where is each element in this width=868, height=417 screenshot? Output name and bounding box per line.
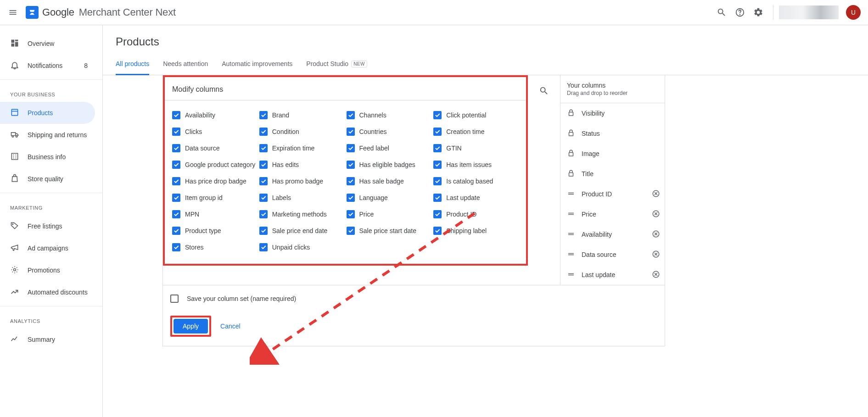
- your-column-row-locked: Status: [560, 123, 665, 144]
- sidebar-item-promotions[interactable]: Promotions: [0, 259, 95, 281]
- sidebar-item-products[interactable]: Products: [0, 102, 95, 124]
- column-checkbox-item[interactable]: Has eligible badges: [347, 156, 432, 173]
- column-checkbox-item[interactable]: Clicks: [172, 123, 258, 140]
- checkbox-label: Expiration time: [272, 145, 315, 152]
- sidebar-item-label: Shipping and returns: [28, 131, 87, 139]
- remove-column-icon[interactable]: [652, 250, 660, 260]
- tab-product-studio[interactable]: Product Studio NEW: [306, 56, 367, 75]
- column-checkbox-item[interactable]: Language: [347, 189, 432, 206]
- column-checkbox-item[interactable]: Last update: [433, 189, 519, 206]
- column-checkbox-item[interactable]: Sale price start date: [347, 222, 432, 239]
- checkbox-checked-icon: [347, 111, 355, 119]
- menu-icon[interactable]: [4, 3, 22, 22]
- column-checkbox-item[interactable]: Expiration time: [259, 140, 345, 156]
- checkbox-checked-icon: [259, 227, 268, 235]
- remove-column-icon[interactable]: [652, 189, 660, 199]
- column-checkbox-item[interactable]: Item group id: [172, 189, 258, 206]
- sidebar-item-ad-campaigns[interactable]: Ad campaigns: [0, 237, 95, 259]
- column-checkbox-item[interactable]: Price: [347, 206, 432, 222]
- tab-needs-attention[interactable]: Needs attention: [163, 56, 208, 75]
- user-avatar[interactable]: U: [846, 5, 861, 20]
- your-column-row[interactable]: Availability: [560, 224, 665, 245]
- checkbox-checked-icon: [172, 111, 180, 119]
- sidebar-item-free-listings[interactable]: Free listings: [0, 215, 95, 237]
- tab-all-products[interactable]: All products: [116, 56, 149, 75]
- column-checkbox-item[interactable]: Data source: [172, 140, 258, 156]
- column-checkbox-item[interactable]: GTIN: [433, 140, 519, 156]
- column-checkbox-item[interactable]: Condition: [259, 123, 345, 140]
- column-label: Price: [582, 211, 645, 218]
- checkbox-checked-icon: [347, 144, 355, 152]
- drag-handle-icon[interactable]: [567, 230, 575, 239]
- svg-rect-8: [569, 112, 573, 116]
- apply-button[interactable]: Apply: [174, 319, 208, 334]
- drag-handle-icon[interactable]: [567, 270, 575, 280]
- drag-handle-icon[interactable]: [567, 250, 575, 260]
- remove-column-icon[interactable]: [652, 210, 660, 219]
- remove-column-icon[interactable]: [652, 270, 660, 280]
- column-checkbox-item[interactable]: Has item issues: [433, 156, 519, 173]
- sidebar-item-automated-discounts[interactable]: Automated discounts: [0, 281, 95, 303]
- column-checkbox-item[interactable]: Countries: [347, 123, 432, 140]
- checkbox-checked-icon: [172, 128, 180, 136]
- sidebar-item-business-info[interactable]: Business info: [0, 146, 95, 168]
- column-checkbox-item[interactable]: Channels: [347, 107, 432, 123]
- checkbox-label: Has eligible badges: [359, 161, 415, 168]
- column-checkbox-item[interactable]: Product type: [172, 222, 258, 239]
- analytics-icon: [10, 334, 19, 345]
- svg-rect-13: [568, 194, 574, 195]
- megaphone-icon: [10, 243, 19, 254]
- column-checkbox-item[interactable]: Google product category: [172, 156, 258, 173]
- settings-icon[interactable]: [749, 3, 767, 22]
- sidebar-item-label: Business info: [28, 153, 66, 161]
- checkbox-checked-icon: [172, 243, 180, 251]
- sidebar-item-overview[interactable]: Overview: [0, 33, 95, 55]
- checkbox-label: Click potential: [446, 111, 486, 119]
- column-checkbox-item[interactable]: Creation time: [433, 123, 519, 140]
- sidebar-item-label: Overview: [28, 40, 54, 47]
- your-column-row[interactable]: Product ID: [560, 184, 665, 204]
- column-checkbox-item[interactable]: Stores: [172, 239, 258, 256]
- column-checkbox-item[interactable]: Feed label: [347, 140, 432, 156]
- column-checkbox-item[interactable]: MPN: [172, 206, 258, 222]
- save-columnset-checkbox[interactable]: [170, 295, 179, 303]
- column-checkbox-item[interactable]: Click potential: [433, 107, 519, 123]
- column-checkbox-item[interactable]: Has sale badge: [347, 173, 432, 189]
- checkbox-checked-icon: [259, 210, 268, 218]
- column-label: Last update: [582, 271, 645, 278]
- account-switcher-placeholder[interactable]: [779, 6, 839, 19]
- column-checkbox-item[interactable]: Marketing methods: [259, 206, 345, 222]
- your-column-row[interactable]: Price: [560, 204, 665, 224]
- sidebar-item-shipping[interactable]: Shipping and returns: [0, 124, 95, 146]
- remove-column-icon[interactable]: [652, 230, 660, 239]
- sidebar-item-store-quality[interactable]: Store quality: [0, 168, 95, 190]
- sidebar-item-summary[interactable]: Summary: [0, 328, 95, 350]
- column-checkbox-item[interactable]: Shipping label: [433, 222, 519, 239]
- tab-automatic-improvements[interactable]: Automatic improvements: [222, 56, 292, 75]
- divider: [0, 193, 102, 193]
- sidebar-item-notifications[interactable]: Notifications 8: [0, 55, 95, 77]
- column-checkbox-item[interactable]: Sale price end date: [259, 222, 345, 239]
- column-checkbox-item[interactable]: Is catalog based: [433, 173, 519, 189]
- checkbox-label: GTIN: [446, 145, 461, 152]
- checkbox-checked-icon: [347, 128, 355, 136]
- search-columns-icon[interactable]: [535, 82, 553, 100]
- column-checkbox-item[interactable]: Has edits: [259, 156, 345, 173]
- help-icon[interactable]: [731, 3, 749, 22]
- checkbox-checked-icon: [259, 111, 268, 119]
- column-checkbox-item[interactable]: Has price drop badge: [172, 173, 258, 189]
- your-column-row[interactable]: Data source: [560, 245, 665, 265]
- column-checkbox-item[interactable]: Unpaid clicks: [259, 239, 345, 256]
- drag-handle-icon[interactable]: [567, 189, 575, 199]
- search-icon[interactable]: [712, 3, 731, 22]
- checkbox-label: Creation time: [446, 128, 484, 135]
- cancel-button[interactable]: Cancel: [218, 322, 243, 330]
- column-checkbox-item[interactable]: Availability: [172, 107, 258, 123]
- your-columns-list[interactable]: VisibilityStatusImageTitleProduct IDPric…: [560, 103, 665, 285]
- drag-handle-icon[interactable]: [567, 210, 575, 219]
- column-checkbox-item[interactable]: Has promo badge: [259, 173, 345, 189]
- column-checkbox-item[interactable]: Product ID: [433, 206, 519, 222]
- column-checkbox-item[interactable]: Labels: [259, 189, 345, 206]
- column-checkbox-item[interactable]: Brand: [259, 107, 345, 123]
- your-column-row[interactable]: Last update: [560, 265, 665, 285]
